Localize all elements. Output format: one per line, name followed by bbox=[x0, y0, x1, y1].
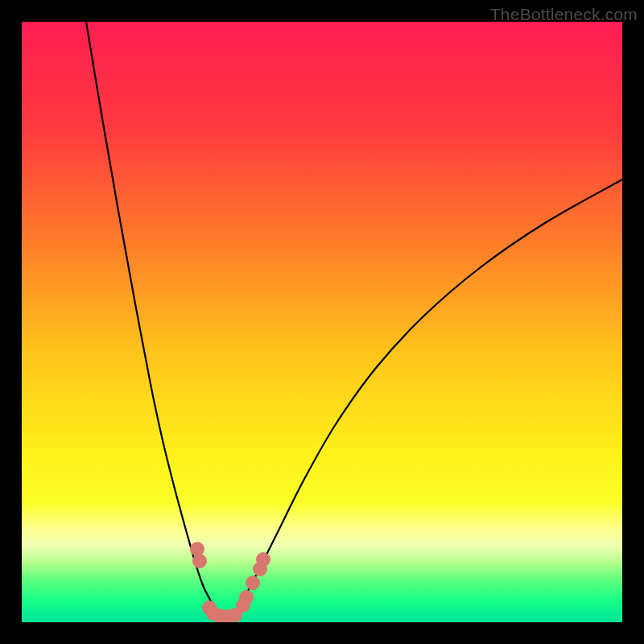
chart-frame: TheBottleneck.com bbox=[0, 0, 644, 644]
watermark-label: TheBottleneck.com bbox=[490, 5, 638, 24]
plot-area bbox=[22, 22, 622, 622]
data-marker bbox=[256, 552, 270, 567]
data-marker bbox=[246, 576, 260, 590]
chart-svg bbox=[22, 22, 622, 622]
gradient-background bbox=[22, 22, 622, 622]
data-marker bbox=[192, 554, 207, 568]
data-marker bbox=[190, 542, 204, 556]
data-marker bbox=[239, 590, 254, 605]
